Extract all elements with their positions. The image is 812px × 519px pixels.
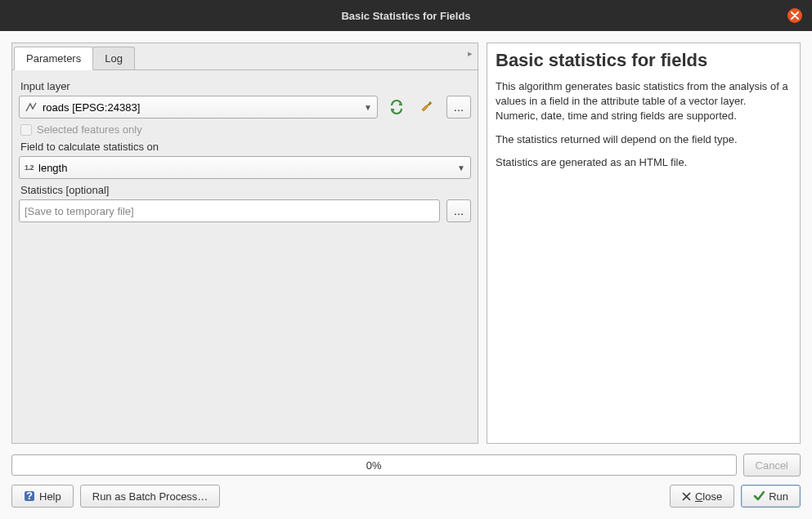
input-layer-combo[interactable]: roads [EPSG:24383] ▼ — [19, 96, 378, 119]
statistics-browse-button[interactable]: … — [446, 199, 471, 222]
statistics-label: Statistics [optional] — [20, 184, 471, 196]
close-x-icon — [682, 492, 691, 501]
progress-bar: 0% — [11, 454, 737, 476]
help-heading: Basic statistics for fields — [496, 50, 792, 71]
statistics-output-input[interactable] — [19, 199, 440, 222]
help-button-label: Help — [39, 490, 61, 503]
help-button[interactable]: ? Help — [11, 485, 74, 508]
run-ok-icon — [753, 490, 765, 502]
help-panel: Basic statistics for fields This algorit… — [487, 43, 801, 444]
field-label: Field to calculate statistics on — [20, 141, 471, 153]
advanced-options-button[interactable] — [415, 96, 440, 119]
wrench-icon — [419, 99, 436, 115]
window-close-button[interactable] — [787, 8, 802, 23]
bottom-button-row: ? Help Run as Batch Process… Close Run — [11, 485, 801, 508]
progress-text: 0% — [366, 459, 382, 472]
tabs: Parameters Log — [12, 43, 478, 70]
field-value: length — [38, 162, 67, 174]
selected-features-checkbox — [20, 124, 32, 136]
chevron-down-icon: ▼ — [364, 103, 372, 112]
progress-row: 0% Cancel — [11, 454, 801, 476]
input-layer-label: Input layer — [20, 80, 471, 92]
help-icon: ? — [24, 490, 35, 502]
help-paragraph: This algorithm generates basic statistic… — [496, 79, 792, 124]
input-layer-value: roads [EPSG:24383] — [43, 101, 140, 114]
field-combo[interactable]: 1.2 length ▼ — [19, 156, 471, 179]
tab-log[interactable]: Log — [92, 47, 135, 69]
chevron-down-icon: ▼ — [457, 163, 465, 172]
selected-features-label: Selected features only — [37, 123, 142, 136]
cancel-button: Cancel — [743, 454, 801, 476]
window-title: Basic Statistics for Fields — [341, 10, 470, 22]
input-layer-browse-button[interactable]: … — [446, 96, 471, 119]
close-button[interactable]: Close — [670, 485, 734, 508]
parameters-panel: ▸ Parameters Log Input layer roads [EPSG… — [11, 43, 478, 444]
bottom-left-buttons: ? Help Run as Batch Process… — [11, 485, 220, 508]
iterate-icon — [388, 99, 405, 115]
iterate-button[interactable] — [384, 96, 409, 119]
dialog-body: ▸ Parameters Log Input layer roads [EPSG… — [0, 31, 812, 519]
close-button-label: Close — [695, 490, 722, 503]
ellipsis-icon: … — [454, 101, 464, 114]
numeric-field-icon: 1.2 — [25, 163, 34, 172]
field-row: 1.2 length ▼ — [19, 156, 471, 179]
tab-parameters[interactable]: Parameters — [14, 47, 93, 70]
selected-features-row: Selected features only — [20, 123, 471, 136]
run-button[interactable]: Run — [741, 485, 801, 508]
bottom-right-buttons: Close Run — [670, 485, 801, 508]
line-layer-icon — [25, 101, 38, 114]
svg-text:?: ? — [26, 490, 33, 502]
help-paragraph: Statistics are generated as an HTML file… — [496, 155, 792, 170]
input-layer-row: roads [EPSG:24383] ▼ … — [19, 96, 471, 119]
close-icon — [791, 11, 799, 20]
main-row: ▸ Parameters Log Input layer roads [EPSG… — [11, 43, 801, 444]
run-batch-button[interactable]: Run as Batch Process… — [80, 485, 221, 508]
tab-content: Input layer roads [EPSG:24383] ▼ — [12, 70, 478, 443]
splitter-expand-icon[interactable]: ▸ — [468, 48, 473, 59]
titlebar: Basic Statistics for Fields — [0, 0, 812, 31]
ellipsis-icon: … — [454, 205, 464, 217]
statistics-row: … — [19, 199, 471, 222]
run-button-label: Run — [769, 490, 788, 503]
help-paragraph: The statistics returned will depend on t… — [496, 132, 792, 147]
